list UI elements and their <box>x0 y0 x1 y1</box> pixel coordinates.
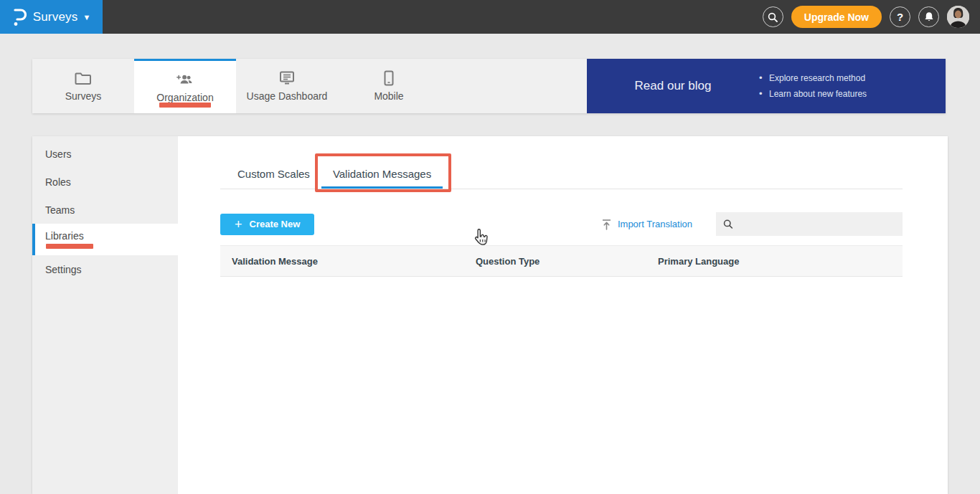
column-header-primary-language: Primary Language <box>658 256 739 267</box>
avatar[interactable] <box>947 6 969 28</box>
search-button[interactable] <box>763 6 783 27</box>
module-tab-label: Usage Dashboard <box>247 90 328 102</box>
sidebar-item-teams[interactable]: Teams <box>32 196 178 224</box>
sidebar-item-label: Settings <box>45 264 82 275</box>
sidebar-item-label: Roles <box>45 176 71 188</box>
mobile-icon <box>380 70 398 86</box>
module-tab-mobile[interactable]: Mobile <box>338 59 440 113</box>
tab-validation-messages[interactable]: Validation Messages <box>321 168 443 189</box>
column-header-question-type: Question Type <box>476 256 540 267</box>
notifications-button[interactable] <box>918 6 939 27</box>
top-bar: Surveys ▼ Upgrade Now ? <box>0 0 980 34</box>
tab-custom-scales[interactable]: Custom Scales <box>226 168 321 189</box>
main-panel: Custom Scales Validation Messages + Crea… <box>178 136 948 494</box>
plus-icon: + <box>235 218 242 231</box>
sidebar-item-settings[interactable]: Settings <box>32 255 178 283</box>
module-tab-organization[interactable]: Organization <box>134 59 236 113</box>
module-tab-surveys[interactable]: Surveys <box>32 59 134 113</box>
question-mark-icon: ? <box>897 11 903 23</box>
sidebar-item-libraries[interactable]: Libraries <box>32 224 178 255</box>
sidebar-item-label: Teams <box>45 204 75 216</box>
module-tab-label: Mobile <box>374 90 403 102</box>
module-tab-label: Organization <box>156 92 213 103</box>
table-header-row: Validation Message Question Type Primary… <box>220 245 903 277</box>
sidebar-item-label: Libraries <box>45 230 84 242</box>
validation-messages-table: Validation Message Question Type Primary… <box>220 245 903 277</box>
topbar-actions: Upgrade Now ? <box>763 6 980 28</box>
avatar-photo <box>947 6 969 28</box>
sidebar-item-users[interactable]: Users <box>32 140 178 168</box>
bell-icon <box>924 11 934 22</box>
module-tabs: Surveys Organization <box>32 59 587 113</box>
sidebar-item-roles[interactable]: Roles <box>32 168 178 196</box>
tab-label: Custom Scales <box>237 168 310 180</box>
create-new-button[interactable]: + Create New <box>220 214 314 235</box>
content-card: Users Roles Teams Libraries Settings Cus… <box>32 136 948 494</box>
import-translation-link[interactable]: Import Translation <box>601 219 692 230</box>
dashboard-icon <box>278 70 296 86</box>
table-search[interactable] <box>716 212 903 236</box>
product-name: Surveys <box>33 10 78 24</box>
annotation-underline <box>46 244 93 249</box>
chevron-down-icon: ▼ <box>83 13 90 22</box>
banner-bullet: Learn about new features <box>759 89 867 99</box>
column-header-validation-message: Validation Message <box>232 256 318 267</box>
blog-banner[interactable]: Read our blog Explore research method Le… <box>587 59 946 113</box>
brand-p-icon <box>12 8 27 27</box>
banner-bullet-list: Explore research method Learn about new … <box>759 73 867 99</box>
search-icon <box>723 219 733 229</box>
import-translation-label: Import Translation <box>618 219 692 229</box>
import-icon <box>601 219 612 230</box>
help-button[interactable]: ? <box>890 6 910 27</box>
module-nav-row: Surveys Organization <box>32 59 946 113</box>
annotation-underline <box>159 103 211 108</box>
search-icon <box>768 12 778 22</box>
tab-label: Validation Messages <box>333 168 431 180</box>
folder-icon <box>74 70 93 86</box>
module-tab-usage-dashboard[interactable]: Usage Dashboard <box>236 59 338 113</box>
add-people-icon <box>176 72 194 87</box>
app-screen: Surveys ▼ Upgrade Now ? <box>0 0 980 494</box>
create-new-label: Create New <box>250 219 301 229</box>
banner-title[interactable]: Read our blog <box>587 79 759 93</box>
sidebar: Users Roles Teams Libraries Settings <box>32 136 178 494</box>
toolbar: + Create New Import Translation <box>220 212 903 236</box>
upgrade-now-button[interactable]: Upgrade Now <box>791 6 882 28</box>
search-input[interactable] <box>739 219 895 229</box>
banner-bullet: Explore research method <box>759 73 867 83</box>
library-tabs: Custom Scales Validation Messages <box>220 168 903 189</box>
module-tab-label: Surveys <box>65 90 102 102</box>
sidebar-item-label: Users <box>45 148 72 160</box>
product-switcher[interactable]: Surveys ▼ <box>0 0 103 34</box>
